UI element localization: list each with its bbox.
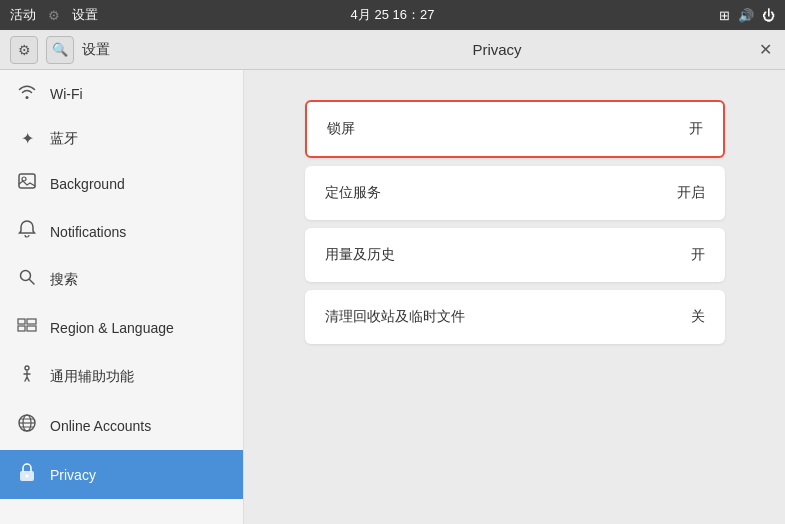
background-icon [16, 172, 38, 195]
topbar-datetime: 4月 25 16：27 [351, 6, 435, 24]
location-value: 开启 [677, 184, 705, 202]
svg-rect-6 [27, 319, 36, 324]
trash-label: 清理回收站及临时文件 [325, 308, 465, 326]
sidebar-item-region[interactable]: Region & Language [0, 303, 243, 352]
sidebar-item-background[interactable]: Background [0, 160, 243, 207]
lock-screen-label: 锁屏 [327, 120, 355, 138]
sidebar-search-label: 搜索 [50, 271, 78, 289]
sidebar-item-bluetooth[interactable]: ✦ 蓝牙 [0, 117, 243, 160]
search-icon [16, 268, 38, 291]
usage-label: 用量及历史 [325, 246, 395, 264]
svg-line-3 [30, 280, 35, 285]
titlebar-search-button[interactable]: 🔍 [46, 36, 74, 64]
sidebar-wifi-label: Wi-Fi [50, 86, 83, 102]
trash-card[interactable]: 清理回收站及临时文件 关 [305, 290, 725, 344]
svg-rect-5 [18, 326, 25, 331]
trash-row: 清理回收站及临时文件 关 [305, 290, 725, 344]
online-accounts-icon [16, 413, 38, 438]
sidebar-privacy-label: Privacy [50, 467, 96, 483]
svg-rect-4 [18, 319, 25, 324]
location-label: 定位服务 [325, 184, 381, 202]
sidebar-accessibility-label: 通用辅助功能 [50, 368, 134, 386]
usage-row: 用量及历史 开 [305, 228, 725, 282]
svg-rect-0 [19, 174, 35, 188]
notifications-icon [16, 219, 38, 244]
sidebar-notifications-label: Notifications [50, 224, 126, 240]
sidebar-item-privacy[interactable]: Privacy [0, 450, 243, 499]
location-card[interactable]: 定位服务 开启 [305, 166, 725, 220]
privacy-icon [16, 462, 38, 487]
activities-label[interactable]: 活动 [10, 6, 36, 24]
settings-window: ⚙ 🔍 设置 Privacy ✕ Wi-Fi ✦ [0, 30, 785, 524]
titlebar-settings-label: 设置 [82, 41, 110, 59]
settings-tool-icon: ⚙ [10, 36, 38, 64]
window-close-button[interactable]: ✕ [750, 35, 780, 65]
topbar-left: 活动 ⚙ 设置 [10, 6, 98, 24]
privacy-settings-group: 锁屏 开 定位服务 开启 用量及历史 开 [305, 100, 725, 344]
sidebar-item-accessibility[interactable]: 通用辅助功能 [0, 352, 243, 401]
window-titlebar: ⚙ 🔍 设置 Privacy ✕ [0, 30, 785, 70]
sidebar-online-accounts-label: Online Accounts [50, 418, 151, 434]
location-row: 定位服务 开启 [305, 166, 725, 220]
usage-card[interactable]: 用量及历史 开 [305, 228, 725, 282]
wifi-icon [16, 82, 38, 105]
sidebar-item-search[interactable]: 搜索 [0, 256, 243, 303]
titlebar-panel-title: Privacy [244, 41, 750, 58]
sidebar-item-notifications[interactable]: Notifications [0, 207, 243, 256]
settings-menu-label[interactable]: 设置 [72, 6, 98, 24]
topbar-right: ⊞ 🔊 ⏻ [719, 8, 775, 23]
power-icon[interactable]: ⏻ [762, 8, 775, 23]
svg-point-1 [22, 177, 26, 181]
sidebar-bluetooth-label: 蓝牙 [50, 130, 78, 148]
sidebar: Wi-Fi ✦ 蓝牙 Background [0, 70, 244, 524]
network-icon[interactable]: ⊞ [719, 8, 730, 23]
volume-icon[interactable]: 🔊 [738, 8, 754, 23]
svg-point-8 [25, 366, 29, 370]
lock-screen-row: 锁屏 开 [307, 102, 723, 156]
sidebar-item-online-accounts[interactable]: Online Accounts [0, 401, 243, 450]
bluetooth-icon: ✦ [16, 129, 38, 148]
window-content: Wi-Fi ✦ 蓝牙 Background [0, 70, 785, 524]
usage-value: 开 [691, 246, 705, 264]
svg-point-15 [26, 475, 29, 478]
sidebar-item-wifi[interactable]: Wi-Fi [0, 70, 243, 117]
topbar: 活动 ⚙ 设置 4月 25 16：27 ⊞ 🔊 ⏻ [0, 0, 785, 30]
lock-screen-card[interactable]: 锁屏 开 [305, 100, 725, 158]
lock-screen-value: 开 [689, 120, 703, 138]
main-panel: 锁屏 开 定位服务 开启 用量及历史 开 [244, 70, 785, 524]
sidebar-background-label: Background [50, 176, 125, 192]
sidebar-region-label: Region & Language [50, 320, 174, 336]
svg-rect-7 [27, 326, 36, 331]
trash-value: 关 [691, 308, 705, 326]
accessibility-icon [16, 364, 38, 389]
titlebar-left: ⚙ 🔍 设置 [0, 36, 244, 64]
region-icon [16, 315, 38, 340]
